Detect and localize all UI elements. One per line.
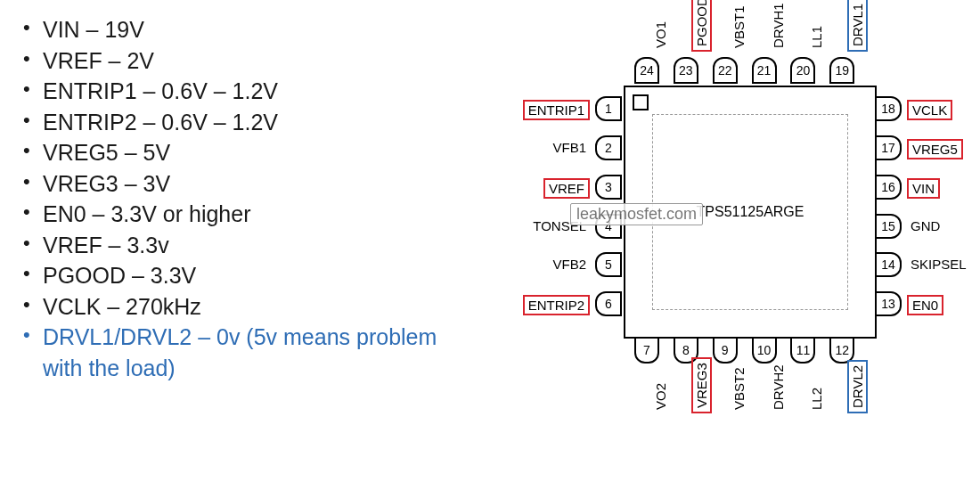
pin-label-entrip2: ENTRIP2: [510, 295, 590, 315]
pin-label-text: GND: [907, 217, 943, 234]
chip-pinout-diagram: TPS51125ARGE leakymosfet.com 1ENTRIP12VF…: [481, 9, 962, 454]
pin-label-text: LL2: [808, 384, 825, 413]
pin-label-vfb1: VFB1: [510, 139, 590, 156]
pin-label-text: ENTRIP1: [523, 100, 590, 120]
bullet-item: DRVL1/DRVL2 – 0v (5v means problem with …: [18, 322, 445, 383]
pin-label-vo1: VO1: [652, 0, 669, 52]
pin-label-text: VFB1: [549, 139, 590, 156]
pin-15: 15: [875, 214, 902, 239]
pin-label-en0: EN0: [907, 295, 980, 315]
bullet-container: VIN – 19VVREF – 2VENTRIP1 – 0.6V – 1.2VE…: [18, 14, 445, 383]
pin-19: 19: [829, 57, 854, 84]
bullet-item: ENTRIP1 – 0.6V – 1.2V: [18, 76, 445, 107]
pin1-marker: [633, 94, 649, 110]
pin-label-text: DRVL2: [847, 360, 868, 413]
pin-22: 22: [713, 57, 738, 84]
pin-label-gnd: GND: [907, 217, 980, 234]
pin-label-text: VREG3: [691, 357, 712, 413]
pin-6: 6: [595, 291, 622, 316]
bullet-item: VREF – 2V: [18, 45, 445, 77]
pin-label-text: DRVH2: [770, 361, 787, 413]
pin-13: 13: [875, 291, 902, 316]
pin-label-text: DRVH1: [770, 0, 787, 52]
pin-14: 14: [875, 252, 902, 277]
pin-label-text: PGOOD: [691, 0, 712, 52]
voltage-measurement-list: VIN – 19VVREF – 2VENTRIP1 – 0.6V – 1.2VE…: [18, 9, 445, 454]
pin-label-drvh2: DRVH2: [770, 351, 787, 413]
pin-label-text: VREG5: [907, 139, 963, 159]
pin-16: 16: [875, 175, 902, 200]
bullet-item: ENTRIP2 – 0.6V – 1.2V: [18, 107, 445, 138]
pin-23: 23: [674, 57, 698, 84]
bullet-item: VREG5 – 5V: [18, 137, 445, 168]
bullet-item: PGOOD – 3.3V: [18, 260, 445, 291]
pin-label-text: VFB2: [549, 256, 590, 273]
pin-label-pgood: PGOOD: [691, 0, 712, 52]
pin-18: 18: [875, 96, 902, 121]
pin-24: 24: [634, 57, 659, 84]
pin-5: 5: [595, 252, 622, 277]
pin-label-skipsel: SKIPSEL: [907, 256, 980, 273]
pin-21: 21: [752, 57, 777, 84]
pin-label-vref: VREF: [510, 178, 590, 199]
pin-label-drvl1: DRVL1: [847, 0, 868, 52]
pin-label-drvh1: DRVH1: [770, 0, 787, 52]
pin-label-text: LL1: [808, 22, 825, 52]
pin-label-text: DRVL1: [847, 0, 868, 52]
pin-label-text: VO1: [652, 18, 669, 52]
pin-label-text: SKIPSEL: [907, 256, 970, 273]
bullet-item: VCLK – 270kHz: [18, 291, 445, 323]
pin-label-text: ENTRIP2: [523, 295, 590, 315]
pin-label-vbst2: VBST2: [731, 351, 747, 413]
pin-label-vbst1: VBST1: [731, 0, 747, 52]
pin-17: 17: [875, 135, 902, 160]
pin-label-vreg3: VREG3: [691, 351, 712, 413]
pin-label-ll2: LL2: [808, 351, 825, 413]
pin-label-ll1: LL1: [808, 0, 825, 52]
pin-label-text: EN0: [907, 295, 943, 315]
pin-2: 2: [595, 135, 622, 160]
pin-label-vreg5: VREG5: [907, 139, 980, 159]
bullet-item: VREG3 – 3V: [18, 168, 445, 200]
pin-label-text: VO2: [652, 380, 669, 413]
pin-label-vclk: VCLK: [907, 100, 980, 120]
watermark: leakymosfet.com: [570, 203, 703, 225]
pin-label-drvl2: DRVL2: [847, 351, 868, 413]
pin-label-text: VBST1: [731, 2, 747, 52]
pin-label-vo2: VO2: [652, 351, 669, 413]
pin-label-vin: VIN: [907, 178, 980, 199]
pin-label-text: VBST2: [731, 364, 747, 413]
pin-1: 1: [595, 96, 622, 121]
pin-3: 3: [595, 175, 622, 200]
pin-label-entrip1: ENTRIP1: [510, 100, 590, 120]
pin-label-text: VCLK: [907, 100, 952, 120]
bullet-item: EN0 – 3.3V or higher: [18, 199, 445, 230]
pin-label-text: VREF: [543, 178, 590, 199]
bullet-item: VREF – 3.3v: [18, 230, 445, 261]
pin-label-text: VIN: [907, 178, 940, 199]
pin-label-vfb2: VFB2: [510, 256, 590, 273]
pin-20: 20: [790, 57, 815, 84]
bullet-item: VIN – 19V: [18, 14, 445, 45]
